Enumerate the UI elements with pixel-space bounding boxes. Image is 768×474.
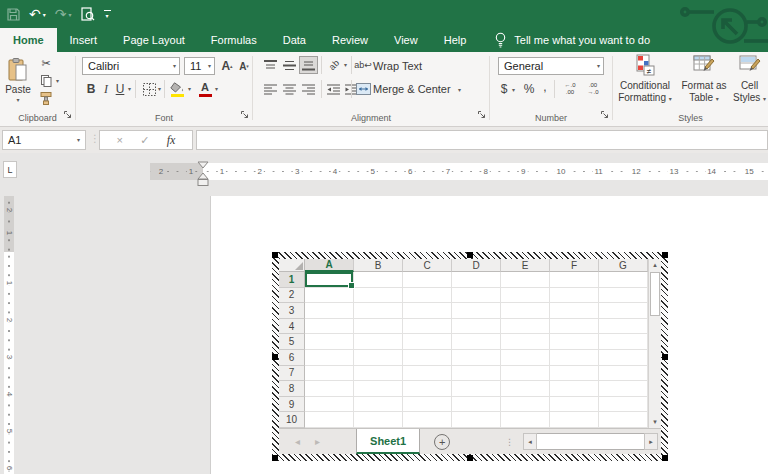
redo-button[interactable]: ↷▾ <box>55 7 72 21</box>
vertical-scrollbar[interactable]: ▴ ▾ <box>648 259 661 428</box>
vertical-scroll-thumb[interactable] <box>650 272 660 316</box>
cell-a8[interactable] <box>305 381 354 397</box>
underline-button[interactable]: U <box>114 80 126 98</box>
fill-color-dropdown-icon[interactable]: ▾ <box>188 86 191 92</box>
resize-handle-top-left[interactable] <box>272 252 278 258</box>
undo-button[interactable]: ↶▾ <box>29 7 46 21</box>
cell-d9[interactable] <box>452 397 501 413</box>
cell-b4[interactable] <box>354 319 403 335</box>
cell-a9[interactable] <box>305 397 354 413</box>
cell-c4[interactable] <box>403 319 452 335</box>
cell-d3[interactable] <box>452 303 501 319</box>
wrap-text-button[interactable]: Wrap Text <box>373 60 422 72</box>
number-dialog-launcher[interactable] <box>601 105 609 123</box>
cell-g8[interactable] <box>599 381 648 397</box>
row-header-9[interactable]: 9 <box>279 397 305 413</box>
column-header-a[interactable]: A <box>305 259 354 272</box>
insert-function-button[interactable]: fx <box>167 133 176 148</box>
font-dialog-launcher[interactable] <box>241 105 249 123</box>
cell-f10[interactable] <box>550 412 599 428</box>
bold-button[interactable]: B <box>84 80 98 98</box>
accounting-format-button[interactable]: $ <box>498 81 510 97</box>
tell-me-box[interactable]: Tell me what you want to do <box>495 28 650 52</box>
cell-b1[interactable] <box>354 272 403 288</box>
cell-c7[interactable] <box>403 366 452 382</box>
cancel-icon[interactable]: × <box>117 134 123 146</box>
bottom-align-button-selected[interactable] <box>300 57 317 73</box>
cell-f7[interactable] <box>550 366 599 382</box>
cell-c3[interactable] <box>403 303 452 319</box>
cell-e6[interactable] <box>501 350 550 366</box>
cell-c6[interactable] <box>403 350 452 366</box>
ribbon-tab-data[interactable]: Data <box>270 28 319 52</box>
increase-decimal-button[interactable]: ←.0.00 <box>560 81 580 97</box>
cell-g4[interactable] <box>599 319 648 335</box>
column-header-d[interactable]: D <box>452 259 501 272</box>
underline-dropdown-icon[interactable]: ▾ <box>128 86 131 92</box>
cell-a7[interactable] <box>305 366 354 382</box>
scroll-right-icon[interactable]: ▸ <box>644 433 658 450</box>
cell-f8[interactable] <box>550 381 599 397</box>
column-header-b[interactable]: B <box>354 259 403 272</box>
font-size-combo[interactable]: 11 ▾ <box>184 57 215 75</box>
font-color-dropdown-icon[interactable]: ▾ <box>215 86 218 92</box>
cell-e9[interactable] <box>501 397 550 413</box>
row-header-8[interactable]: 8 <box>279 381 305 397</box>
orientation-button[interactable]: ab <box>325 57 343 73</box>
cell-b10[interactable] <box>354 412 403 428</box>
align-right-button[interactable] <box>300 81 317 97</box>
cell-d1[interactable] <box>452 272 501 288</box>
resize-handle-bottom-right[interactable] <box>662 455 668 461</box>
cell-f4[interactable] <box>550 319 599 335</box>
paste-button[interactable]: Paste ▾ <box>2 55 34 113</box>
cell-a2[interactable] <box>305 288 354 304</box>
cell-e5[interactable] <box>501 334 550 350</box>
row-header-2[interactable]: 2 <box>279 288 305 304</box>
cell-g1[interactable] <box>599 272 648 288</box>
ribbon-tab-formulas[interactable]: Formulas <box>198 28 270 52</box>
cell-f2[interactable] <box>550 288 599 304</box>
formula-input[interactable] <box>196 130 768 150</box>
align-center-button[interactable] <box>281 81 298 97</box>
borders-button[interactable] <box>140 80 158 98</box>
cell-d8[interactable] <box>452 381 501 397</box>
resize-handle-bottom-left[interactable] <box>272 455 278 461</box>
cell-d6[interactable] <box>452 350 501 366</box>
font-color-button[interactable]: A <box>196 80 214 98</box>
accounting-dropdown-icon[interactable]: ▾ <box>512 87 515 93</box>
sheet-tab-sheet1[interactable]: Sheet1 <box>356 429 420 454</box>
orientation-dropdown-icon[interactable]: ▾ <box>344 62 347 68</box>
resize-handle-middle-left[interactable] <box>272 354 278 360</box>
cell-g2[interactable] <box>599 288 648 304</box>
cell-a3[interactable] <box>305 303 354 319</box>
row-header-6[interactable]: 6 <box>279 350 305 366</box>
cell-styles-button[interactable]: Cell Styles ▾ <box>731 54 768 103</box>
selected-cell-a1[interactable] <box>305 272 354 288</box>
borders-dropdown-icon[interactable]: ▾ <box>158 86 161 92</box>
customize-quick-access-icon[interactable]: ▾ <box>104 10 111 19</box>
comma-style-button[interactable]: , <box>540 79 550 95</box>
cell-b3[interactable] <box>354 303 403 319</box>
cell-d5[interactable] <box>452 334 501 350</box>
cell-e1[interactable] <box>501 272 550 288</box>
cell-c8[interactable] <box>403 381 452 397</box>
row-header-3[interactable]: 3 <box>279 303 305 319</box>
cell-c5[interactable] <box>403 334 452 350</box>
column-header-e[interactable]: E <box>501 259 550 272</box>
cell-a6[interactable] <box>305 350 354 366</box>
cell-g3[interactable] <box>599 303 648 319</box>
cell-e8[interactable] <box>501 381 550 397</box>
cell-a4[interactable] <box>305 319 354 335</box>
new-sheet-button[interactable]: + <box>434 434 450 450</box>
cell-b7[interactable] <box>354 366 403 382</box>
scroll-left-icon[interactable]: ◂ <box>523 433 537 450</box>
cell-e4[interactable] <box>501 319 550 335</box>
cell-e2[interactable] <box>501 288 550 304</box>
number-format-combo[interactable]: General ▾ <box>498 57 604 75</box>
select-all-button[interactable] <box>279 259 305 272</box>
cell-a10[interactable] <box>305 412 354 428</box>
horizontal-scroll-thumb[interactable] <box>537 433 644 450</box>
cell-d2[interactable] <box>452 288 501 304</box>
align-left-button[interactable] <box>262 81 279 97</box>
cell-f9[interactable] <box>550 397 599 413</box>
